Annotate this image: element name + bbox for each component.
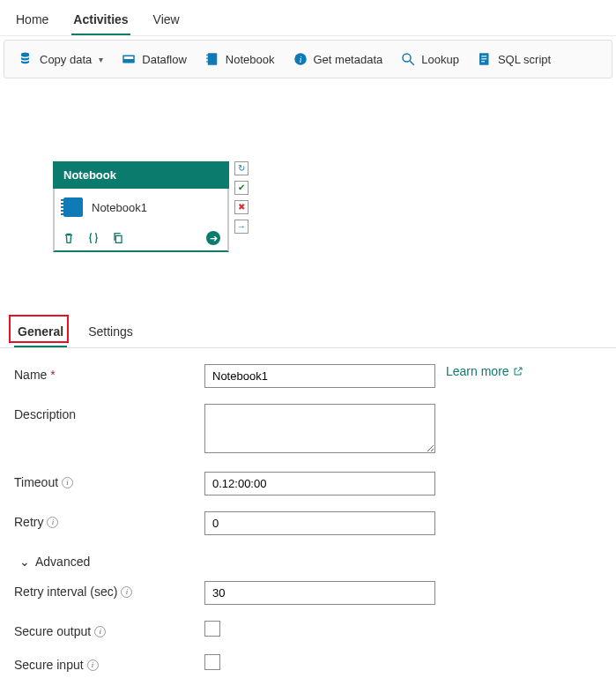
svg-rect-1 — [124, 56, 134, 59]
copy-data-icon — [19, 51, 34, 67]
handle-success-icon[interactable]: ✔ — [234, 181, 249, 195]
tab-view[interactable]: View — [152, 7, 182, 35]
code-braces-icon[interactable] — [86, 231, 100, 245]
info-icon: i — [293, 51, 308, 67]
sql-script-label: SQL script — [498, 53, 551, 66]
lookup-button[interactable]: Lookup — [398, 49, 461, 69]
handle-skip-icon[interactable]: → — [234, 220, 249, 234]
learn-more-link[interactable]: Learn more — [446, 364, 523, 378]
info-icon[interactable]: i — [87, 659, 99, 671]
secure-output-label: Secure output i — [14, 621, 204, 638]
copy-data-button[interactable]: Copy data ▾ — [17, 49, 105, 69]
retry-label: Retry i — [14, 511, 204, 529]
svg-rect-12 — [481, 58, 486, 59]
activity-node[interactable]: Notebook Notebook1 ➔ ↻ ✔ ✖ → — [53, 161, 229, 252]
dataflow-label: Dataflow — [142, 53, 187, 66]
notebook-label: Notebook — [226, 53, 275, 66]
svg-rect-13 — [481, 61, 485, 62]
sql-script-icon — [477, 51, 493, 67]
external-link-icon — [513, 366, 523, 376]
svg-rect-14 — [115, 235, 122, 242]
svg-line-9 — [411, 61, 415, 65]
svg-rect-5 — [206, 61, 208, 63]
info-icon[interactable]: i — [121, 586, 132, 598]
activity-type-label: Notebook — [53, 161, 229, 189]
get-metadata-label: Get metadata — [314, 53, 383, 66]
run-arrow-icon[interactable]: ➔ — [206, 231, 220, 245]
secure-output-checkbox[interactable] — [204, 621, 220, 637]
secure-input-label: Secure input i — [14, 654, 204, 672]
svg-text:i: i — [299, 55, 301, 64]
info-icon[interactable]: i — [47, 517, 58, 528]
info-icon[interactable]: i — [94, 626, 106, 637]
handle-redo-icon[interactable]: ↻ — [234, 161, 249, 175]
sql-script-button[interactable]: SQL script — [475, 49, 553, 69]
advanced-toggle[interactable]: ⌄ Advanced — [14, 551, 602, 581]
delete-icon[interactable] — [62, 231, 76, 245]
notebook-button[interactable]: Notebook — [203, 49, 277, 69]
svg-rect-2 — [208, 53, 218, 65]
handle-failure-icon[interactable]: ✖ — [234, 200, 249, 214]
timeout-label: Timeout i — [14, 472, 204, 489]
svg-point-8 — [403, 54, 411, 62]
dataflow-icon — [121, 51, 137, 67]
chevron-down-icon: ▾ — [99, 55, 103, 64]
get-metadata-button[interactable]: i Get metadata — [291, 49, 385, 69]
retry-interval-label: Retry interval (sec) i — [14, 581, 204, 599]
tab-settings[interactable]: Settings — [85, 317, 137, 347]
retry-input[interactable] — [204, 511, 435, 535]
activity-actions: ➔ — [53, 226, 229, 252]
general-form: Name * Learn more Description Timeout i … — [0, 348, 616, 678]
activity-body: Notebook1 — [53, 189, 229, 226]
name-label: Name * — [14, 364, 204, 382]
activity-handles: ↻ ✔ ✖ → — [234, 161, 249, 234]
lookup-label: Lookup — [421, 53, 459, 66]
pipeline-canvas[interactable]: Notebook Notebook1 ➔ ↻ ✔ ✖ → — [0, 82, 616, 314]
info-icon[interactable]: i — [62, 477, 73, 488]
retry-interval-input[interactable] — [204, 581, 435, 605]
property-tabs: General Settings — [0, 317, 616, 348]
svg-rect-11 — [481, 56, 486, 56]
copy-data-label: Copy data — [40, 53, 92, 66]
activities-toolbar: Copy data ▾ Dataflow Notebook i Get meta… — [4, 40, 612, 78]
secure-input-checkbox[interactable] — [204, 654, 220, 670]
tab-home[interactable]: Home — [14, 7, 50, 35]
search-icon — [400, 51, 416, 67]
copy-icon[interactable] — [111, 231, 125, 245]
notebook-icon — [204, 51, 220, 67]
top-tabs: Home Activities View — [0, 0, 616, 36]
activity-title: Notebook1 — [92, 201, 147, 214]
chevron-down-icon: ⌄ — [19, 555, 30, 569]
description-input[interactable] — [204, 404, 435, 453]
tab-activities[interactable]: Activities — [71, 7, 130, 35]
svg-rect-3 — [206, 55, 208, 56]
tab-general[interactable]: General — [14, 317, 67, 347]
svg-rect-4 — [206, 58, 208, 60]
dataflow-button[interactable]: Dataflow — [119, 49, 189, 69]
timeout-input[interactable] — [204, 472, 435, 495]
required-asterisk: * — [50, 368, 55, 382]
description-label: Description — [14, 404, 204, 421]
name-input[interactable] — [204, 364, 435, 388]
notebook-icon — [63, 197, 83, 217]
